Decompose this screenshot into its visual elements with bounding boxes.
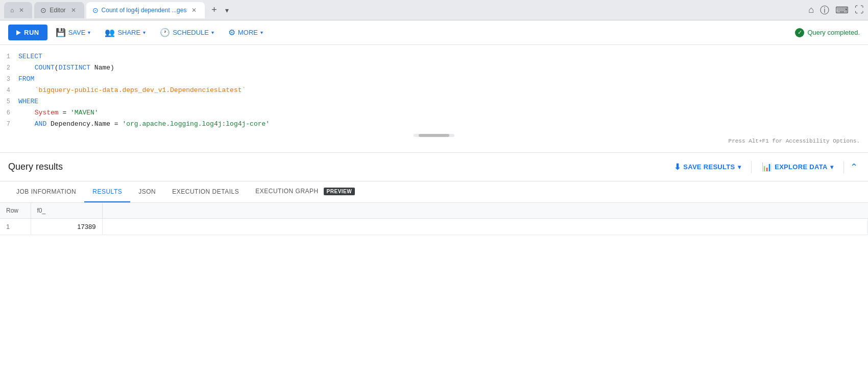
results-table-container: Row ⋮ f0_ ⋮ ⋮ 1 17389: [0, 203, 868, 235]
code-line-4: 4 `bigquery-public-data.deps_dev_v1.Depe…: [0, 85, 868, 96]
table-header-row: Row ⋮ f0_ ⋮ ⋮: [0, 203, 868, 219]
new-tab-button[interactable]: +: [207, 3, 221, 17]
accessibility-hint: Press Alt+F1 for Accessibility Options.: [0, 137, 868, 146]
more-button[interactable]: ⚙ MORE ▾: [222, 24, 269, 41]
resize-row-col[interactable]: ⋮: [29, 203, 31, 218]
eq-op: =: [59, 109, 70, 117]
gear-icon: ⚙: [228, 28, 235, 37]
editor-tab-icon: ⊙: [40, 6, 46, 14]
tab-query[interactable]: ⊙ Count of log4j dependent ...ges ✕: [86, 2, 205, 18]
more-label: MORE: [238, 29, 258, 36]
share-label: SHARE: [117, 29, 140, 36]
table-name: `bigquery-public-data.deps_dev_v1.Depend…: [35, 86, 246, 94]
keyword-distinct: DISTINCT: [59, 64, 90, 72]
tab-editor-label: Editor: [50, 7, 65, 14]
editor-toolbar: RUN 💾 SAVE ▾ 👥 SHARE ▾ 🕐 SCHEDULE ▾ ⚙ MO…: [0, 20, 868, 45]
column-system: System: [35, 109, 59, 117]
tab-home[interactable]: ⌂ ✕: [4, 2, 32, 18]
keyword-from: FROM: [18, 75, 34, 83]
tab-home-close[interactable]: ✕: [17, 6, 26, 15]
preview-badge: PREVIEW: [324, 188, 355, 195]
line-num-4: 4: [4, 85, 18, 96]
schedule-chevron: ▾: [211, 30, 214, 35]
results-header: Query results ⬇ SAVE RESULTS ▾ 📊 EXPLORE…: [0, 153, 868, 181]
keyword-and: AND: [35, 120, 46, 128]
browser-fullscreen-icon[interactable]: ⛶: [855, 5, 864, 15]
cell-row-1: 1: [0, 219, 31, 235]
explore-data-button[interactable]: 📊 EXPLORE DATA ▾: [756, 159, 839, 175]
explore-data-chevron: ▾: [830, 164, 833, 171]
run-label: RUN: [24, 29, 39, 36]
string-log4j: 'org.apache.logging.log4j:log4j-core': [122, 120, 270, 128]
code-line-2: 2 COUNT(DISTINCT Name): [0, 62, 868, 74]
tab-query-close[interactable]: ✕: [189, 6, 199, 15]
browser-info-icon[interactable]: ⓘ: [820, 4, 829, 16]
save-label: SAVE: [68, 29, 86, 36]
save-button[interactable]: 💾 SAVE ▾: [50, 24, 97, 41]
share-button[interactable]: 👥 SHARE ▾: [99, 24, 152, 41]
name-arg: Name): [90, 64, 114, 72]
chevron-up-icon: ⌃: [850, 162, 858, 172]
home-tab-icon: ⌂: [10, 7, 14, 14]
col-header-f0: f0_ ⋮: [31, 203, 102, 219]
explore-data-icon: 📊: [762, 162, 772, 172]
tab-job-information[interactable]: JOB INFORMATION: [8, 182, 84, 202]
tab-dropdown-button[interactable]: ▾: [223, 4, 231, 16]
tab-editor-close[interactable]: ✕: [69, 6, 78, 15]
save-chevron: ▾: [88, 30, 90, 35]
code-line-6: 6 System = 'MAVEN': [0, 107, 868, 119]
line-num-6: 6: [4, 107, 18, 119]
schedule-label: SCHEDULE: [173, 29, 209, 36]
code-line-5: 5 WHERE: [0, 96, 868, 107]
code-line-3: 3 FROM: [0, 74, 868, 85]
query-tab-icon: ⊙: [92, 6, 99, 14]
keyword-where: WHERE: [18, 98, 38, 105]
share-chevron: ▾: [143, 30, 146, 35]
actions-divider: [751, 161, 752, 173]
scrollbar-thumb[interactable]: [419, 134, 449, 137]
line-num-5: 5: [4, 96, 18, 107]
results-table: Row ⋮ f0_ ⋮ ⋮ 1 17389: [0, 203, 868, 235]
tab-execution-details[interactable]: EXECUTION DETAILS: [164, 182, 247, 202]
save-icon: 💾: [56, 28, 66, 37]
save-results-icon: ⬇: [674, 162, 681, 172]
tab-bar: ⌂ ✕ ⊙ Editor ✕ ⊙ Count of log4j dependen…: [0, 0, 868, 20]
keyword-count: COUNT: [35, 64, 55, 72]
tab-json[interactable]: JSON: [130, 182, 164, 202]
schedule-icon: 🕐: [160, 28, 170, 37]
line-num-1: 1: [4, 51, 18, 62]
paren-open: (: [55, 64, 59, 72]
results-title: Query results: [8, 162, 63, 172]
resize-empty-col[interactable]: ⋮: [866, 203, 868, 218]
status-text: Query completed.: [807, 29, 860, 36]
actions-divider2: [843, 161, 844, 173]
code-editor[interactable]: 1 SELECT 2 COUNT(DISTINCT Name) 3 FROM 4…: [0, 45, 868, 153]
save-results-chevron: ▾: [738, 164, 741, 171]
table-row: 1 17389: [0, 219, 868, 235]
browser-keyboard-icon[interactable]: ⌨: [835, 5, 849, 16]
string-maven: 'MAVEN': [70, 109, 99, 117]
code-line-7: 7 AND Dependency.Name = 'org.apache.logg…: [0, 119, 868, 130]
schedule-button[interactable]: 🕐 SCHEDULE ▾: [154, 24, 220, 41]
tab-query-label: Count of log4j dependent ...ges: [102, 7, 187, 14]
explore-data-label: EXPLORE DATA: [775, 163, 828, 171]
expand-button[interactable]: ⌃: [848, 159, 860, 175]
browser-home-icon[interactable]: ⌂: [808, 5, 814, 15]
status-check-icon: ✓: [795, 28, 804, 37]
save-results-button[interactable]: ⬇ SAVE RESULTS ▾: [668, 159, 747, 175]
code-line-1: 1 SELECT: [0, 51, 868, 62]
result-tabs: JOB INFORMATION RESULTS JSON EXECUTION D…: [0, 181, 868, 203]
play-icon: [16, 30, 21, 35]
tab-editor[interactable]: ⊙ Editor ✕: [34, 2, 84, 18]
line-num-7: 7: [4, 119, 18, 130]
keyword-select: SELECT: [18, 53, 42, 60]
scrollbar-track: [414, 134, 454, 137]
resize-f0-col[interactable]: ⋮: [100, 203, 102, 218]
more-chevron: ▾: [260, 30, 263, 35]
browser-actions: ⌂ ⓘ ⌨ ⛶: [808, 4, 864, 16]
query-status: ✓ Query completed.: [795, 28, 860, 37]
tab-results[interactable]: RESULTS: [84, 182, 130, 202]
run-button[interactable]: RUN: [8, 25, 47, 40]
tab-execution-graph[interactable]: EXECUTION GRAPH PREVIEW: [247, 181, 363, 202]
line-num-2: 2: [4, 62, 18, 74]
